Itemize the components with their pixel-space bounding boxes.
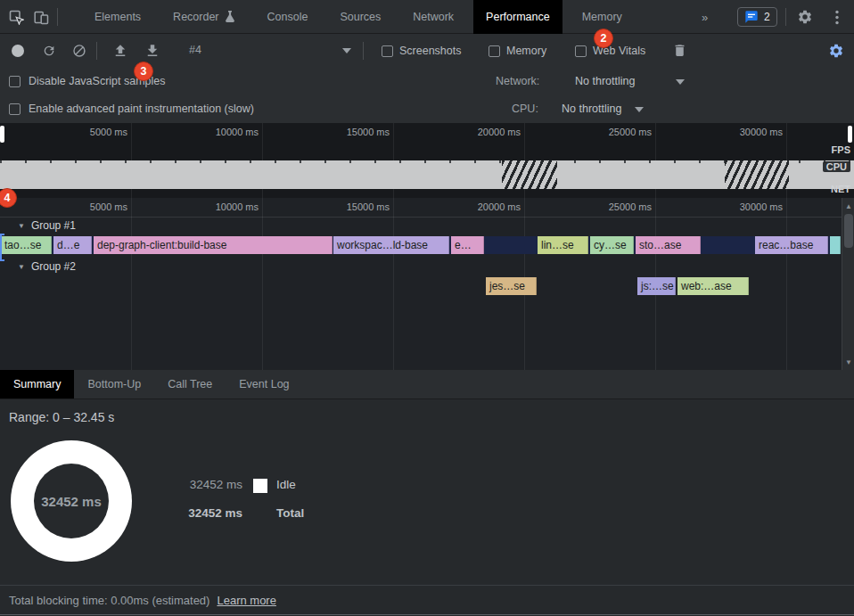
experiment-flask-icon [225,11,235,23]
legend-row-total: 32452 ms Total [0,506,446,524]
disable-js-samples-checkbox[interactable] [9,76,21,87]
gridline [786,198,787,370]
task-bar[interactable]: jes…se [486,277,537,295]
details-tab-call-tree[interactable]: Call Tree [154,370,226,398]
capture-settings-gear-icon[interactable] [828,43,844,59]
disclosure-triangle-icon[interactable]: ▼ [18,222,25,230]
toolbar-divider [363,42,364,60]
disclosure-triangle-icon[interactable]: ▼ [18,263,25,271]
memory-checkbox-group[interactable]: Memory [489,34,546,68]
overview-left-handle[interactable] [0,126,4,143]
device-toolbar-icon[interactable] [34,10,49,25]
task-bar[interactable]: e… [451,236,484,254]
advanced-paint-label: Enable advanced paint instrumentation (s… [29,103,254,115]
tab-network[interactable]: Network [400,0,466,34]
performance-toolbar: #4 Screenshots Memory Web Vitals [0,34,854,68]
scrollbar-thumb[interactable] [844,214,853,248]
network-throttling-label: Network: [496,75,539,87]
details-tab-event-log[interactable]: Event Log [226,370,302,398]
overview-right-handle[interactable] [848,126,852,143]
ruler-tick: 25000 ms [571,127,652,137]
timeline-overview[interactable]: 5000 ms10000 ms15000 ms20000 ms25000 ms3… [0,123,854,198]
history-caret-icon[interactable] [342,48,351,53]
task-bar[interactable]: web:…ase [677,277,749,295]
cpu-lane-label: CPU [823,161,850,172]
footer-bar: Total blocking time: 0.00ms (estimated)L… [0,585,854,616]
tab-sources[interactable]: Sources [327,0,393,34]
record-button[interactable] [12,45,24,57]
idle-label: Idle [276,478,296,491]
cpu-throttle-hatch [502,160,557,189]
network-throttling-select[interactable]: No throttling [575,75,635,87]
ruler-tick: 10000 ms [178,201,259,212]
cpu-throttling-label: CPU: [512,103,538,115]
tab-performance[interactable]: Performance [473,0,562,34]
selection-bracket [0,234,4,261]
details-tab-bottom-up[interactable]: Bottom-Up [74,370,154,398]
vertical-scrollbar[interactable]: ▲ ▼ [842,198,854,370]
toolbar-divider [785,8,786,26]
learn-more-link[interactable]: Learn more [217,594,275,607]
toolbar-divider [57,8,58,26]
tab-console[interactable]: Console [255,0,321,34]
tbt-value: Total blocking time: 0.00ms (estimated) [9,594,209,607]
task-bar[interactable]: tao…se [1,236,52,254]
task-bar[interactable]: dep-graph-client:build-base [94,236,333,254]
task-bar[interactable]: reac…base [755,236,828,254]
details-tab-bar: SummaryBottom-UpCall TreeEvent Log [0,370,854,399]
annotation-badge-2[interactable]: 2 [594,29,613,48]
clear-recording-icon[interactable] [72,44,86,58]
inspect-element-icon[interactable] [9,10,24,25]
tab-elements[interactable]: Elements [82,0,153,34]
idle-swatch [253,479,267,493]
details-tab-summary[interactable]: Summary [0,370,74,398]
load-profile-icon[interactable] [112,43,128,59]
screenshots-checkbox[interactable] [382,45,393,57]
net-lane-label: NET [831,184,850,194]
task-bar[interactable] [830,236,841,254]
screenshots-checkbox-group[interactable]: Screenshots [382,34,461,68]
tab-label: Console [267,11,308,23]
task-bar[interactable]: lin…se [538,236,588,254]
tab-label: Performance [486,11,550,23]
scroll-up-icon[interactable]: ▲ [842,202,854,210]
option-row-paint: Enable advanced paint instrumentation (s… [0,95,854,123]
save-profile-icon[interactable] [144,43,160,59]
feedback-chat-icon [744,10,759,24]
kebab-menu-icon[interactable] [834,10,840,25]
total-label: Total [276,506,304,520]
reload-and-record-icon[interactable] [42,44,56,58]
history-dropdown[interactable]: #4 [189,44,201,56]
tab-recorder[interactable]: Recorder [160,0,247,34]
network-throttling-caret-icon[interactable] [676,79,685,85]
ruler-tick: 15000 ms [309,127,390,137]
group-header-group-1[interactable]: ▼Group #1 [18,219,76,232]
memory-checkbox[interactable] [489,45,500,57]
total-value: 32452 ms [183,506,242,520]
legend-row-idle: 32452 ms Idle [0,478,446,496]
settings-gear-icon[interactable] [797,9,813,25]
donut-hole: 32452 ms [34,464,109,538]
task-bar[interactable]: js:…se [637,277,676,295]
annotation-badge-3[interactable]: 3 [134,62,153,81]
ruler-tick: 30000 ms [702,127,783,137]
web-vitals-checkbox[interactable] [575,45,587,57]
flame-chart[interactable]: 5000 ms10000 ms15000 ms20000 ms25000 ms3… [0,198,854,370]
scroll-down-icon[interactable]: ▼ [842,358,854,366]
ruler-tick: 30000 ms [702,201,783,212]
more-tabs-button[interactable]: » [696,0,713,34]
group-header-group-2[interactable]: ▼Group #2 [18,260,76,273]
advanced-paint-checkbox[interactable] [9,103,21,115]
cpu-throttling-caret-icon[interactable] [635,107,644,112]
issues-counter[interactable]: 2 [737,7,777,27]
idle-value: 32452 ms [183,478,242,491]
cpu-throttling-select[interactable]: No throttling [562,103,621,115]
task-bar[interactable]: d…e [53,236,92,254]
task-bar[interactable]: sto…ase [636,236,701,254]
task-bar[interactable]: workspac…ld-base [333,236,449,254]
task-bar[interactable]: cy…se [590,236,634,254]
gridline [393,198,394,370]
trash-icon[interactable] [672,43,687,58]
range-label: Range: 0 – 32.45 s [9,410,114,424]
memory-label: Memory [506,45,546,57]
